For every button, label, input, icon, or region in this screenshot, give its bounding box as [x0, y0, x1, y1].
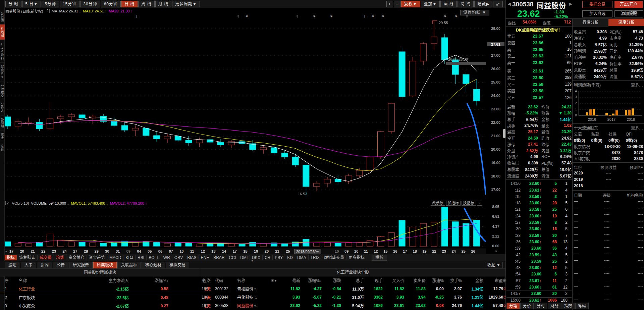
indicator-tab-KD[interactable]: KD [285, 255, 295, 260]
indicator-tab-成交量[interactable]: 成交量 [38, 255, 54, 260]
analysis-tab-行情分析[interactable]: 行情分析 [573, 19, 608, 27]
hide-button[interactable]: 隐藏▶ [474, 1, 492, 7]
col-header[interactable]: 名称 [236, 276, 269, 285]
indicator-tab-PSY[interactable]: PSY [273, 255, 285, 260]
col-header[interactable]: 代码 [214, 276, 236, 285]
indicator-tab-恢复默认[interactable]: 恢复默认 [17, 255, 38, 260]
indicator-tab-指标[interactable]: 指标 [5, 255, 17, 260]
tick-tab-财务[interactable]: 财务 [548, 303, 561, 309]
period-button[interactable]: 日 线 [121, 1, 138, 7]
close-pane-icon[interactable]: × [477, 201, 482, 206]
dk-signal-banner[interactable]: DK点自动提示涨跌信号！ [506, 27, 572, 33]
board-row[interactable]: 3小米概念-2.67亿0.271天 [0, 302, 212, 310]
col-header[interactable]: 最新 [280, 276, 302, 285]
sidebar-item-席位[interactable]: 席位 [0, 142, 5, 154]
add-indicator-button[interactable]: 加指标 [446, 201, 461, 206]
indicator-tab-CR[interactable]: CR [263, 255, 273, 260]
indicator-tab-ENE[interactable]: ENE [199, 255, 212, 260]
stock-row[interactable]: 190600844丹化科技 ⇅3.93-5.07-0.2131.0万33623.… [200, 293, 550, 301]
col-header[interactable]: 涨幅%↓ [130, 276, 170, 285]
col-header[interactable]: 序 [200, 276, 214, 285]
col-header[interactable]: 涨跌 [323, 276, 342, 285]
sidebar-item-分价表[interactable]: 分价表 [0, 100, 5, 115]
fuquan-button[interactable]: 复权▼ [401, 1, 420, 7]
col-header[interactable]: 换手% [445, 276, 463, 285]
period-button[interactable]: 5 日▼ [22, 1, 41, 7]
trade-button[interactable]: 委托交易 [582, 1, 612, 8]
period-button[interactable]: 更多周期▼ [172, 1, 200, 7]
sidebar-item-分时成交[interactable]: 分时成交 [0, 82, 5, 100]
holders-more[interactable]: 更多… [598, 125, 643, 131]
help-icon[interactable]: ? [5, 201, 10, 205]
indicator-tab-CCI[interactable]: CCI [227, 255, 238, 260]
bottom-tab-模拟交易[interactable]: 模拟交易 [166, 262, 189, 268]
next-stock-icon[interactable]: ▶ [569, 1, 572, 6]
tick-tab-分时[interactable]: 分时 [534, 303, 547, 309]
col-header[interactable]: 涨幅%↓ [302, 276, 323, 285]
col-header[interactable]: 买入价 [384, 276, 406, 285]
bottom-tab-股吧[interactable]: 股吧 [5, 262, 20, 268]
overlay-button[interactable]: 叠加▼ [421, 1, 440, 7]
stock-name[interactable]: 同益股份 ⇅ [236, 301, 269, 310]
collapse-handle-icon[interactable]: ▼ [251, 259, 254, 262]
col-header[interactable]: 序 [0, 276, 17, 285]
indicator-tab-虚拟成交量[interactable]: 虚拟成交量 [322, 255, 346, 260]
simple-button[interactable]: 简 约 [458, 1, 474, 7]
stock-row[interactable]: 191300538同益股份 ⇅23.62-5.22-1.305.94万10862… [200, 301, 550, 310]
tick-tab-筹码[interactable]: 筹码 [575, 303, 589, 309]
tick-tab-指数[interactable]: 指数 [561, 303, 575, 309]
bottom-tab-新闻[interactable]: 新闻 [37, 262, 52, 268]
analysis-tab-深度分析[interactable]: 深度分析 [608, 19, 644, 26]
indicator-tab-DMI[interactable]: DMI [238, 255, 250, 260]
indicator-tab-TRIX[interactable]: TRIX [309, 255, 322, 260]
indicator-tab-BRAR[interactable]: BRAR [211, 255, 227, 260]
bottom-tab-公告[interactable]: 公告 [53, 262, 68, 268]
open-account-button[interactable]: 万2.5开户 [614, 1, 643, 8]
add-watchlist-button[interactable]: 加入自选 [582, 10, 612, 17]
period-button[interactable]: 月 线 [155, 1, 171, 7]
bottom-tab-大事[interactable]: 大事 [21, 262, 36, 268]
col-header[interactable]: 市盈率 [485, 276, 508, 285]
stock-row[interactable]: 189300132青松股份 ⇅11.82-4.37-0.5411.0万18221… [200, 285, 550, 293]
template-tab[interactable]: 模板 [372, 255, 387, 261]
sidebar-item-深度F9[interactable]: 深度F9 [0, 63, 5, 82]
period-button[interactable]: 分 时 [5, 1, 21, 7]
col-header[interactable]: 名称 [17, 276, 77, 285]
stock-name[interactable]: 青松股份 ⇅ [236, 285, 269, 293]
indicator-tab-资金博弈[interactable]: 资金博弈 [66, 255, 87, 260]
bottom-tab-关联品种[interactable]: 关联品种 [117, 262, 141, 268]
scroll-left-icon[interactable]: « [5, 249, 7, 253]
indicator-tab-RSI[interactable]: RSI [136, 255, 147, 260]
kline-chart[interactable]: ⇩⇩✳⇩✳✳⇩✳✳✳✳⇩29.5516.5326.60-26.36 [5, 13, 486, 248]
board-name[interactable]: 化工行业 [17, 285, 77, 293]
indicator-tab-资金趋势[interactable]: 资金趋势 [87, 255, 107, 260]
col-header[interactable]: 卖出价 [406, 276, 427, 285]
switch-indicator-button[interactable]: 换指标 [462, 201, 476, 206]
sidebar-item-资金[interactable]: 资金 [0, 131, 5, 142]
board-row[interactable]: 2广东板块-22.5亿0.481天 [0, 293, 212, 302]
change-params-button[interactable]: 改参数 [431, 201, 445, 206]
tick-tab-分笔[interactable]: 分笔 [506, 303, 520, 309]
stock-name[interactable]: 丹化科技 ⇅ [236, 293, 269, 301]
col-header[interactable]: 主力净流入 [77, 276, 130, 285]
drawline-button[interactable]: 画 线 [440, 1, 457, 7]
fullscreen-icon[interactable]: ⤢ [493, 1, 503, 7]
sidebar-item-多周期[interactable]: 多周期 [0, 115, 5, 131]
period-button[interactable]: 周 线 [138, 1, 154, 7]
add-alert-button[interactable]: 添加提醒 [614, 10, 643, 17]
indicator-tab-MACD[interactable]: MACD [107, 255, 123, 260]
indicator-tab-DMA[interactable]: DMA [295, 255, 309, 260]
indicator-tab-BOLL[interactable]: BOLL [147, 255, 161, 260]
tick-tab-分价[interactable]: 分价 [520, 303, 534, 309]
collapse-button[interactable]: 收起 ▼ [485, 262, 503, 268]
indicator-tab-均线[interactable]: 均线 [54, 255, 66, 260]
period-button[interactable]: 5分钟 [42, 1, 59, 7]
col-header[interactable]: 现手 [365, 276, 384, 285]
col-header[interactable]: ☀● [269, 276, 280, 285]
bottom-tab-所属板块[interactable]: 所属板块 [93, 262, 117, 268]
zoom-in-button[interactable]: + [386, 1, 393, 7]
col-header[interactable]: 涨速% [427, 276, 445, 285]
indicator-tab-OBV[interactable]: OBV [172, 255, 185, 260]
help-icon[interactable]: ? [45, 9, 50, 13]
panel-splitter-handle[interactable] [503, 129, 505, 138]
